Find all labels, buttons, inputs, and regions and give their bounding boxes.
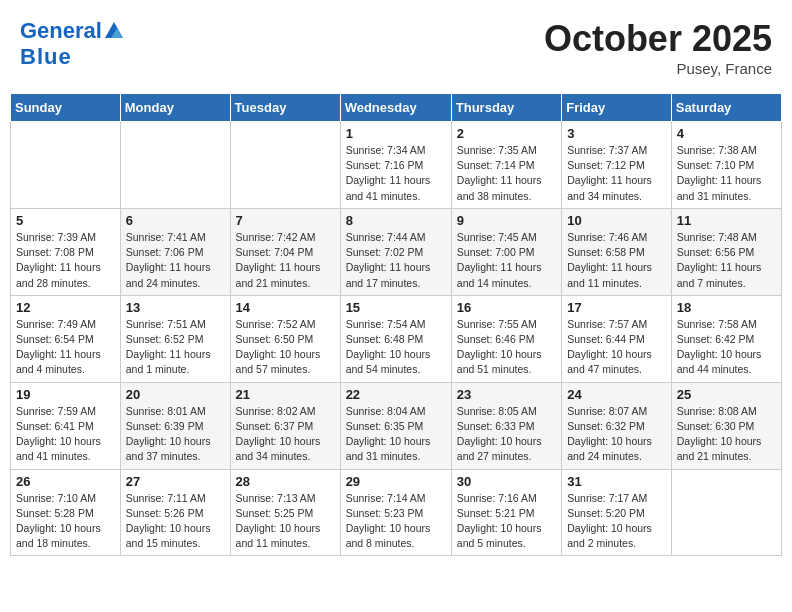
calendar-week-row: 19Sunrise: 7:59 AMSunset: 6:41 PMDayligh…	[11, 382, 782, 469]
day-info: Sunrise: 7:13 AMSunset: 5:25 PMDaylight:…	[236, 492, 321, 550]
calendar-cell	[11, 122, 121, 209]
weekday-header-tuesday: Tuesday	[230, 94, 340, 122]
calendar-cell: 2Sunrise: 7:35 AMSunset: 7:14 PMDaylight…	[451, 122, 561, 209]
day-number: 23	[457, 387, 556, 402]
day-info: Sunrise: 7:57 AMSunset: 6:44 PMDaylight:…	[567, 318, 652, 376]
calendar-cell: 3Sunrise: 7:37 AMSunset: 7:12 PMDaylight…	[562, 122, 672, 209]
day-info: Sunrise: 8:04 AMSunset: 6:35 PMDaylight:…	[346, 405, 431, 463]
logo: General Blue	[20, 18, 126, 70]
logo-icon	[103, 20, 125, 42]
calendar-cell: 20Sunrise: 8:01 AMSunset: 6:39 PMDayligh…	[120, 382, 230, 469]
day-info: Sunrise: 7:11 AMSunset: 5:26 PMDaylight:…	[126, 492, 211, 550]
weekday-header-saturday: Saturday	[671, 94, 781, 122]
day-info: Sunrise: 7:34 AMSunset: 7:16 PMDaylight:…	[346, 144, 431, 202]
calendar-cell	[671, 469, 781, 556]
day-info: Sunrise: 7:44 AMSunset: 7:02 PMDaylight:…	[346, 231, 431, 289]
day-number: 20	[126, 387, 225, 402]
day-number: 6	[126, 213, 225, 228]
day-info: Sunrise: 8:02 AMSunset: 6:37 PMDaylight:…	[236, 405, 321, 463]
day-number: 28	[236, 474, 335, 489]
calendar-cell	[230, 122, 340, 209]
day-number: 29	[346, 474, 446, 489]
calendar-cell: 31Sunrise: 7:17 AMSunset: 5:20 PMDayligh…	[562, 469, 672, 556]
calendar-cell: 1Sunrise: 7:34 AMSunset: 7:16 PMDaylight…	[340, 122, 451, 209]
calendar-cell: 9Sunrise: 7:45 AMSunset: 7:00 PMDaylight…	[451, 208, 561, 295]
calendar-cell: 27Sunrise: 7:11 AMSunset: 5:26 PMDayligh…	[120, 469, 230, 556]
logo-general: General	[20, 18, 102, 44]
day-number: 3	[567, 126, 666, 141]
calendar-week-row: 1Sunrise: 7:34 AMSunset: 7:16 PMDaylight…	[11, 122, 782, 209]
day-info: Sunrise: 8:01 AMSunset: 6:39 PMDaylight:…	[126, 405, 211, 463]
calendar-cell: 28Sunrise: 7:13 AMSunset: 5:25 PMDayligh…	[230, 469, 340, 556]
calendar-cell: 12Sunrise: 7:49 AMSunset: 6:54 PMDayligh…	[11, 295, 121, 382]
weekday-header-wednesday: Wednesday	[340, 94, 451, 122]
day-number: 2	[457, 126, 556, 141]
day-number: 4	[677, 126, 776, 141]
calendar-cell	[120, 122, 230, 209]
calendar-cell: 21Sunrise: 8:02 AMSunset: 6:37 PMDayligh…	[230, 382, 340, 469]
day-number: 12	[16, 300, 115, 315]
day-number: 25	[677, 387, 776, 402]
day-number: 22	[346, 387, 446, 402]
calendar-week-row: 26Sunrise: 7:10 AMSunset: 5:28 PMDayligh…	[11, 469, 782, 556]
calendar-cell: 11Sunrise: 7:48 AMSunset: 6:56 PMDayligh…	[671, 208, 781, 295]
day-info: Sunrise: 7:59 AMSunset: 6:41 PMDaylight:…	[16, 405, 101, 463]
day-info: Sunrise: 7:37 AMSunset: 7:12 PMDaylight:…	[567, 144, 652, 202]
day-info: Sunrise: 7:58 AMSunset: 6:42 PMDaylight:…	[677, 318, 762, 376]
day-info: Sunrise: 7:54 AMSunset: 6:48 PMDaylight:…	[346, 318, 431, 376]
calendar-cell: 10Sunrise: 7:46 AMSunset: 6:58 PMDayligh…	[562, 208, 672, 295]
day-info: Sunrise: 7:10 AMSunset: 5:28 PMDaylight:…	[16, 492, 101, 550]
calendar-cell: 8Sunrise: 7:44 AMSunset: 7:02 PMDaylight…	[340, 208, 451, 295]
day-info: Sunrise: 8:08 AMSunset: 6:30 PMDaylight:…	[677, 405, 762, 463]
weekday-header-sunday: Sunday	[11, 94, 121, 122]
day-number: 15	[346, 300, 446, 315]
day-number: 11	[677, 213, 776, 228]
day-number: 5	[16, 213, 115, 228]
day-number: 30	[457, 474, 556, 489]
day-info: Sunrise: 7:35 AMSunset: 7:14 PMDaylight:…	[457, 144, 542, 202]
weekday-header-monday: Monday	[120, 94, 230, 122]
day-info: Sunrise: 7:51 AMSunset: 6:52 PMDaylight:…	[126, 318, 211, 376]
day-info: Sunrise: 7:42 AMSunset: 7:04 PMDaylight:…	[236, 231, 321, 289]
day-number: 8	[346, 213, 446, 228]
day-info: Sunrise: 7:45 AMSunset: 7:00 PMDaylight:…	[457, 231, 542, 289]
logo-blue: Blue	[20, 44, 72, 69]
day-info: Sunrise: 7:17 AMSunset: 5:20 PMDaylight:…	[567, 492, 652, 550]
calendar-table: SundayMondayTuesdayWednesdayThursdayFrid…	[10, 93, 782, 556]
weekday-header-thursday: Thursday	[451, 94, 561, 122]
calendar-cell: 30Sunrise: 7:16 AMSunset: 5:21 PMDayligh…	[451, 469, 561, 556]
day-info: Sunrise: 7:48 AMSunset: 6:56 PMDaylight:…	[677, 231, 762, 289]
day-info: Sunrise: 8:05 AMSunset: 6:33 PMDaylight:…	[457, 405, 542, 463]
day-info: Sunrise: 7:16 AMSunset: 5:21 PMDaylight:…	[457, 492, 542, 550]
calendar-cell: 13Sunrise: 7:51 AMSunset: 6:52 PMDayligh…	[120, 295, 230, 382]
day-number: 18	[677, 300, 776, 315]
day-number: 7	[236, 213, 335, 228]
day-info: Sunrise: 7:14 AMSunset: 5:23 PMDaylight:…	[346, 492, 431, 550]
calendar-cell: 26Sunrise: 7:10 AMSunset: 5:28 PMDayligh…	[11, 469, 121, 556]
calendar-cell: 23Sunrise: 8:05 AMSunset: 6:33 PMDayligh…	[451, 382, 561, 469]
day-info: Sunrise: 7:41 AMSunset: 7:06 PMDaylight:…	[126, 231, 211, 289]
day-info: Sunrise: 8:07 AMSunset: 6:32 PMDaylight:…	[567, 405, 652, 463]
day-number: 1	[346, 126, 446, 141]
day-number: 16	[457, 300, 556, 315]
day-number: 9	[457, 213, 556, 228]
calendar-cell: 22Sunrise: 8:04 AMSunset: 6:35 PMDayligh…	[340, 382, 451, 469]
day-number: 10	[567, 213, 666, 228]
calendar-cell: 29Sunrise: 7:14 AMSunset: 5:23 PMDayligh…	[340, 469, 451, 556]
page-header: General Blue October 2025 Pusey, France	[10, 10, 782, 85]
calendar-cell: 16Sunrise: 7:55 AMSunset: 6:46 PMDayligh…	[451, 295, 561, 382]
calendar-week-row: 5Sunrise: 7:39 AMSunset: 7:08 PMDaylight…	[11, 208, 782, 295]
title-block: October 2025 Pusey, France	[544, 18, 772, 77]
day-number: 19	[16, 387, 115, 402]
weekday-header-friday: Friday	[562, 94, 672, 122]
calendar-cell: 14Sunrise: 7:52 AMSunset: 6:50 PMDayligh…	[230, 295, 340, 382]
calendar-cell: 18Sunrise: 7:58 AMSunset: 6:42 PMDayligh…	[671, 295, 781, 382]
day-info: Sunrise: 7:46 AMSunset: 6:58 PMDaylight:…	[567, 231, 652, 289]
location: Pusey, France	[544, 60, 772, 77]
weekday-header-row: SundayMondayTuesdayWednesdayThursdayFrid…	[11, 94, 782, 122]
month-title: October 2025	[544, 18, 772, 60]
day-info: Sunrise: 7:55 AMSunset: 6:46 PMDaylight:…	[457, 318, 542, 376]
day-info: Sunrise: 7:52 AMSunset: 6:50 PMDaylight:…	[236, 318, 321, 376]
day-info: Sunrise: 7:49 AMSunset: 6:54 PMDaylight:…	[16, 318, 101, 376]
calendar-cell: 24Sunrise: 8:07 AMSunset: 6:32 PMDayligh…	[562, 382, 672, 469]
